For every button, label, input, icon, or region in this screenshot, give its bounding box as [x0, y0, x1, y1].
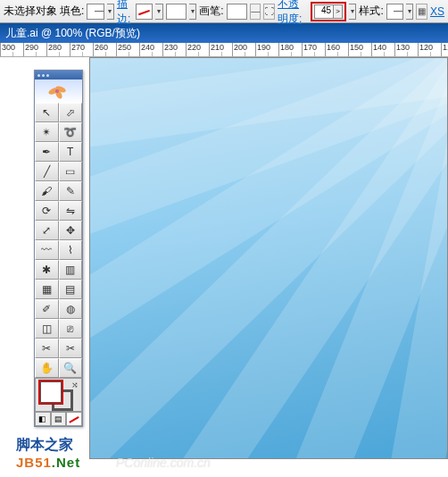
ruler-tick: 170 — [302, 43, 325, 56]
opacity-group-highlight: 45 > — [311, 2, 346, 21]
ruler-tick: 160 — [325, 43, 348, 56]
watermark-line2: JB51.Net — [16, 455, 80, 470]
brush-label: 画笔: — [199, 4, 223, 19]
stroke-label[interactable]: 描边: — [117, 0, 133, 27]
pen-tool[interactable]: ✒ — [35, 142, 59, 162]
slice-tool[interactable]: ✂ — [35, 339, 59, 358]
ruler-tick: 230 — [162, 43, 186, 56]
stroke-dropdown-icon[interactable]: ▾ — [155, 4, 162, 20]
expand-icon[interactable]: ⛶ — [263, 4, 275, 20]
light-rays-artwork — [90, 58, 447, 458]
ruler-tick: 300 — [0, 43, 23, 56]
zoom-tool[interactable]: 🔍 — [59, 358, 83, 378]
crop-tool[interactable]: ⎚ — [59, 319, 83, 339]
ruler-tick: 140 — [371, 43, 394, 56]
ruler-tick: 240 — [139, 43, 162, 56]
fill-mode-row: ◧ ▤ — [35, 412, 82, 426]
warp-tool[interactable]: 〰 — [35, 240, 59, 260]
stroke-swatch-none[interactable] — [136, 4, 153, 20]
mesh-tool[interactable]: ▦ — [35, 280, 59, 299]
live-paint-tool[interactable]: ◫ — [35, 319, 59, 339]
ruler-tick: 210 — [209, 43, 232, 56]
stroke-weight-dropdown[interactable]: ▾ — [189, 4, 196, 20]
grid-icon[interactable]: ▦ — [416, 4, 427, 20]
fill-dropdown-icon[interactable]: ▾ — [107, 4, 114, 20]
style-dropdown[interactable]: ▾ — [406, 4, 413, 20]
ruler-tick: 200 — [232, 43, 255, 56]
paintbrush-tool[interactable]: 🖌 — [35, 181, 59, 201]
scissors-tool[interactable]: ✂ — [59, 339, 83, 358]
dash-icon[interactable]: — — [250, 4, 261, 20]
stroke-weight-field[interactable] — [166, 4, 187, 20]
freeform-tool[interactable]: ⌇ — [59, 240, 83, 260]
tool-grid: ↖⬀✴➰✒T╱▭🖌✎⟳⇋⤢✥〰⌇✱▥▦▤✐◍◫⎚✂✂✋🔍 — [35, 103, 82, 378]
eyedropper-tool[interactable]: ✐ — [35, 299, 59, 319]
opacity-label[interactable]: 不透明度: — [278, 0, 308, 27]
none-mode-icon[interactable] — [66, 412, 82, 426]
ruler-tick: 110 — [441, 43, 448, 56]
ruler-tick: 290 — [23, 43, 46, 56]
tool-panel-grip[interactable] — [35, 71, 82, 80]
opacity-arrow-icon[interactable]: > — [334, 4, 343, 19]
fill-label: 填色: — [60, 4, 84, 19]
ruler-tick: 180 — [278, 43, 302, 56]
gradient-mode-icon[interactable]: ▤ — [51, 412, 67, 426]
watermark-pconline: PConline.com.cn — [116, 456, 211, 470]
watermark: 脚本之家 JB51.Net — [16, 436, 80, 470]
reflect-tool[interactable]: ⇋ — [59, 201, 83, 221]
rotate-tool[interactable]: ⟳ — [35, 201, 59, 221]
ruler-tick: 130 — [394, 43, 418, 56]
hand-tool[interactable]: ✋ — [35, 358, 59, 378]
swap-fill-stroke-icon[interactable]: ⤭ — [71, 381, 79, 389]
xs-label[interactable]: XS — [430, 5, 444, 18]
lasso-tool[interactable]: ➰ — [59, 122, 83, 142]
fill-stroke-control[interactable]: ⤭ — [35, 378, 82, 412]
document-title: 儿童.ai @ 100% (RGB/预览) — [5, 26, 140, 41]
ruler-tick: 280 — [46, 43, 70, 56]
ruler-tick: 260 — [93, 43, 116, 56]
blend-tool[interactable]: ◍ — [59, 299, 83, 319]
document-title-bar: 儿童.ai @ 100% (RGB/预览) — [0, 23, 448, 43]
ruler-tick: 220 — [186, 43, 209, 56]
no-selection-label: 未选择对象 — [4, 4, 57, 19]
gradient-tool[interactable]: ▤ — [59, 280, 83, 299]
direct-selection-tool[interactable]: ⬀ — [59, 103, 83, 122]
opacity-input[interactable]: 45 — [314, 4, 334, 19]
style-swatch[interactable] — [386, 4, 403, 20]
style-label: 样式: — [359, 4, 383, 19]
ruler-horizontal: 3002902802702602502402302202102001901801… — [0, 43, 448, 57]
svg-point-3 — [55, 89, 59, 93]
line-tool[interactable]: ╱ — [35, 162, 59, 181]
fill-swatch[interactable] — [87, 4, 104, 20]
scale-tool[interactable]: ⤢ — [35, 221, 59, 240]
ruler-tick: 250 — [116, 43, 139, 56]
color-mode-icon[interactable]: ◧ — [35, 412, 51, 426]
tool-panel[interactable]: ↖⬀✴➰✒T╱▭🖌✎⟳⇋⤢✥〰⌇✱▥▦▤✐◍◫⎚✂✂✋🔍 ⤭ ◧ ▤ — [34, 70, 83, 427]
fill-swatch-front[interactable] — [40, 381, 62, 403]
watermark-line1: 脚本之家 — [16, 436, 80, 455]
options-bar: 未选择对象 填色: ▾ 描边: ▾ ▾ 画笔: — ⛶ 不透明度: 45 > ▾… — [0, 0, 448, 23]
graph-tool[interactable]: ▥ — [59, 260, 83, 280]
selection-tool[interactable]: ↖ — [35, 103, 59, 122]
rectangle-tool[interactable]: ▭ — [59, 162, 83, 181]
ruler-tick: 270 — [70, 43, 93, 56]
pencil-tool[interactable]: ✎ — [59, 181, 83, 201]
canvas-artboard[interactable] — [89, 57, 448, 459]
brush-select[interactable] — [227, 4, 247, 20]
workspace: ↖⬀✴➰✒T╱▭🖌✎⟳⇋⤢✥〰⌇✱▥▦▤✐◍◫⎚✂✂✋🔍 ⤭ ◧ ▤ 脚本之家 … — [0, 57, 448, 477]
ruler-tick: 190 — [255, 43, 278, 56]
symbol-sprayer-tool[interactable]: ✱ — [35, 260, 59, 280]
ruler-tick: 150 — [348, 43, 371, 56]
type-tool[interactable]: T — [59, 142, 83, 162]
ruler-tick: 120 — [418, 43, 441, 56]
magic-wand-tool[interactable]: ✴ — [35, 122, 59, 142]
tool-panel-flower-decor — [35, 80, 82, 103]
free-transform-tool[interactable]: ✥ — [59, 221, 83, 240]
opacity-dropdown[interactable]: ▾ — [349, 4, 356, 20]
